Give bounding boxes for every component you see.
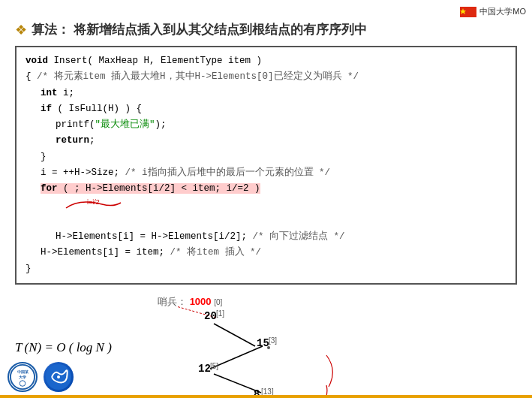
tree-diagram: 哨兵： 1000 [0] <box>135 295 517 398</box>
tree-container: 哨兵： 1000 [0] <box>135 295 517 398</box>
title-section: ❖ 算法： 将新增结点插入到从其父结点到根结点的有序序列中 <box>15 21 517 38</box>
svg-point-23 <box>20 381 26 387</box>
mooc-logo <box>44 362 74 392</box>
code-line-10: H->Elements[i] = item; /* 将item 插入 */ <box>26 245 506 261</box>
sentinel-label: 哨兵： 1000 [0] <box>158 295 222 309</box>
tree-svg: 20 [1] 15 [3] 12 [5] 8 [13] 6 [27] <box>135 295 420 398</box>
code-line-7: i = ++H->Size; /* i指向插入后堆中的最后一个元素的位置 */ <box>26 165 506 181</box>
title-text: 算法： 将新增结点插入到从其父结点到根结点的有序序列中 <box>32 21 367 38</box>
complexity-text: T (N) = O ( log N ) <box>15 340 135 355</box>
svg-text:12: 12 <box>198 363 211 375</box>
sentinel-index: [0] <box>214 298 222 306</box>
svg-point-12 <box>267 346 270 349</box>
code-line-3: if ( IsFull(H) ) { <box>26 101 506 117</box>
svg-text:大学: 大学 <box>18 375 26 379</box>
annotation-arrow: i=i/2 <box>65 197 125 212</box>
svg-line-5 <box>214 374 261 393</box>
svg-text:[3]: [3] <box>269 336 277 345</box>
complexity-area: T (N) = O ( log N ) <box>15 295 135 355</box>
diamond-icon: ❖ <box>15 22 27 38</box>
code-line-8: for ( ; H->Elements[i/2] < item; i/=2 ) … <box>26 181 506 229</box>
code-line-2: int i; <box>26 86 506 101</box>
top-logo: 中国大学MO <box>460 6 526 17</box>
code-block: void Insert( MaxHeap H, ElementType item… <box>15 46 517 285</box>
bottom-bar <box>0 395 532 398</box>
university-logo: 中国某 大学 <box>8 362 38 392</box>
bottom-logos: 中国某 大学 <box>8 362 74 392</box>
svg-point-25 <box>57 375 60 378</box>
title-description: 将新增结点插入到从其父结点到根结点的有序序列中 <box>74 23 367 37</box>
code-line-5: return; <box>26 133 506 149</box>
svg-line-4 <box>210 346 263 369</box>
bottom-section: T (N) = O ( log N ) 哨兵： 1000 [0] <box>15 295 517 398</box>
svg-text:15: 15 <box>257 337 269 349</box>
code-line-0: void Insert( MaxHeap H, ElementType item… <box>26 53 506 69</box>
slide-container: 中国大学MO ❖ 算法： 将新增结点插入到从其父结点到根结点的有序序列中 voi… <box>0 0 532 398</box>
code-line-9: H->Elements[i] = H->Elements[i/2]; /* 向下… <box>26 229 506 245</box>
code-line-11: } <box>26 261 506 277</box>
algorithm-label: 算法： <box>32 23 70 37</box>
sentinel-value: 1000 <box>190 296 212 307</box>
svg-text:i=i/2: i=i/2 <box>87 198 100 206</box>
code-line-6: } <box>26 149 506 165</box>
svg-line-3 <box>214 324 255 346</box>
code-line-4: printf("最大堆已满"); <box>26 117 506 133</box>
flag-icon <box>460 7 476 17</box>
svg-text:[1]: [1] <box>216 309 224 318</box>
code-line-1: { /* 将元素item 插入最大堆H，其中H->Elements[0]已经定义… <box>26 69 506 85</box>
svg-text:中国某: 中国某 <box>17 369 29 374</box>
logo-text: 中国大学MO <box>479 6 526 17</box>
sentinel-text: 哨兵： <box>158 296 187 307</box>
svg-text:20: 20 <box>204 310 217 322</box>
svg-text:[5]: [5] <box>210 362 218 370</box>
